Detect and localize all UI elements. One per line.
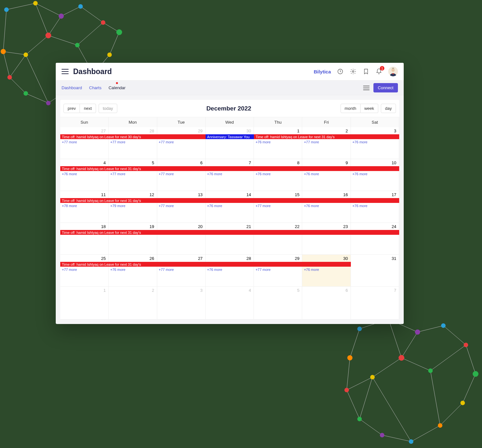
- more-link[interactable]: +77 more: [157, 140, 206, 144]
- more-link[interactable]: +77 more: [254, 204, 302, 208]
- today-button[interactable]: today: [99, 104, 117, 113]
- day-cell[interactable]: 24: [351, 223, 399, 255]
- page-title: Dashboard: [73, 67, 112, 76]
- connect-button[interactable]: Connect: [373, 83, 398, 92]
- gear-icon[interactable]: [350, 68, 357, 75]
- more-link[interactable]: +77 more: [60, 268, 109, 272]
- day-number: 29: [295, 256, 299, 261]
- day-cell[interactable]: 20: [157, 223, 206, 255]
- decoration-bottom-right: [334, 310, 482, 448]
- calendar-card: prev next today December 2022 month week…: [60, 100, 399, 319]
- svg-point-9: [46, 101, 51, 105]
- event-bar[interactable]: Time off: hamid Ishtyaq on Leave for nex…: [60, 230, 399, 235]
- list-icon[interactable]: [363, 86, 370, 90]
- event-bar[interactable]: Time off: hamid Ishtyaq on Leave for nex…: [254, 134, 399, 139]
- day-cell[interactable]: 6: [302, 287, 351, 319]
- svg-point-28: [347, 355, 352, 360]
- day-cell[interactable]: 7: [351, 287, 399, 319]
- event-bar[interactable]: Time off: hamid Ishtyaq on Leave for nex…: [60, 262, 351, 267]
- day-cell[interactable]: 1: [60, 287, 109, 319]
- day-number: 12: [149, 192, 154, 197]
- more-link[interactable]: +76 more: [206, 172, 254, 176]
- day-number: 10: [392, 160, 396, 165]
- more-link[interactable]: +77 more: [60, 140, 109, 144]
- day-cell[interactable]: 23: [302, 223, 351, 255]
- svg-point-4: [101, 20, 105, 25]
- tab-dashboard[interactable]: Dashboard: [62, 85, 82, 90]
- more-link[interactable]: +76 more: [302, 204, 351, 208]
- svg-point-12: [1, 49, 6, 54]
- more-link[interactable]: +76 more: [302, 268, 351, 272]
- tab-calendar[interactable]: Calendar: [109, 85, 126, 90]
- more-link[interactable]: +79 more: [109, 204, 157, 208]
- event-bar[interactable]: Anniversary: Tassawar You: [206, 134, 254, 139]
- day-number: 18: [101, 224, 106, 229]
- more-link[interactable]: +77 more: [254, 268, 302, 272]
- day-button[interactable]: day: [381, 104, 396, 113]
- more-link[interactable]: +76 more: [351, 172, 399, 176]
- day-number: 4: [103, 160, 106, 165]
- month-button[interactable]: month: [341, 104, 361, 113]
- prev-button[interactable]: prev: [63, 104, 80, 113]
- svg-point-23: [438, 423, 442, 428]
- more-link[interactable]: +76 more: [206, 268, 254, 272]
- more-link[interactable]: +77 more: [109, 140, 157, 144]
- more-link[interactable]: +77 more: [302, 140, 351, 144]
- day-cell[interactable]: 18: [60, 223, 109, 255]
- menu-icon[interactable]: [62, 69, 69, 74]
- svg-point-19: [441, 323, 446, 328]
- svg-point-18: [415, 329, 420, 335]
- svg-point-1: [33, 1, 38, 5]
- day-number: 30: [246, 129, 251, 133]
- bell-icon[interactable]: 1: [375, 68, 382, 75]
- day-cell[interactable]: 19: [109, 223, 157, 255]
- svg-point-25: [380, 433, 384, 437]
- day-number: 2: [345, 129, 348, 133]
- event-bar[interactable]: Time off: hamid Ishtyaq on Leave for nex…: [60, 166, 399, 171]
- svg-point-16: [357, 327, 362, 331]
- more-link[interactable]: +76 more: [351, 140, 399, 144]
- more-link[interactable]: +76 more: [254, 140, 302, 144]
- more-link[interactable]: +76 more: [351, 204, 399, 208]
- day-number: 7: [249, 160, 251, 165]
- day-cell[interactable]: 2: [109, 287, 157, 319]
- more-link[interactable]: +77 more: [157, 268, 206, 272]
- more-link[interactable]: +78 more: [60, 204, 109, 208]
- bookmark-icon[interactable]: [362, 68, 370, 75]
- svg-point-29: [399, 355, 404, 361]
- day-number: 26: [149, 256, 154, 261]
- more-link[interactable]: +76 more: [254, 172, 302, 176]
- more-link[interactable]: +77 more: [157, 172, 206, 176]
- day-header: Wed: [206, 117, 254, 127]
- svg-point-30: [428, 368, 433, 373]
- calendar-toolbar: prev next today December 2022 month week…: [60, 104, 399, 117]
- day-cell[interactable]: 5: [254, 287, 302, 319]
- more-link[interactable]: +76 more: [206, 204, 254, 208]
- svg-point-14: [75, 43, 80, 47]
- event-bar[interactable]: Time off: hamid Ishtyaq on Leave for nex…: [60, 198, 399, 203]
- tab-charts[interactable]: Charts: [89, 85, 101, 90]
- clock-icon[interactable]: [337, 68, 344, 75]
- day-number: 2: [152, 288, 154, 293]
- next-button[interactable]: next: [80, 104, 96, 113]
- svg-point-2: [59, 14, 64, 19]
- brand-name[interactable]: Bilytica: [314, 69, 331, 74]
- day-header: Thu: [254, 117, 302, 127]
- more-link[interactable]: +77 more: [157, 204, 206, 208]
- svg-point-33: [352, 71, 354, 72]
- avatar[interactable]: [388, 67, 398, 76]
- day-cell[interactable]: 3: [157, 287, 206, 319]
- more-link[interactable]: +76 more: [60, 172, 109, 176]
- more-link[interactable]: +76 more: [302, 172, 351, 176]
- event-bar[interactable]: Time off: hamid Ishtyaq on Leave for nex…: [60, 134, 206, 139]
- day-number: 1: [103, 288, 106, 293]
- day-header: Tue: [157, 117, 206, 127]
- day-cell[interactable]: 4: [206, 287, 254, 319]
- more-link[interactable]: +76 more: [109, 268, 157, 272]
- day-cell[interactable]: 22: [254, 223, 302, 255]
- day-number: 31: [392, 256, 396, 261]
- week-button[interactable]: week: [361, 104, 378, 113]
- day-number: 6: [345, 288, 348, 293]
- more-link[interactable]: +77 more: [109, 172, 157, 176]
- day-cell[interactable]: 21: [206, 223, 254, 255]
